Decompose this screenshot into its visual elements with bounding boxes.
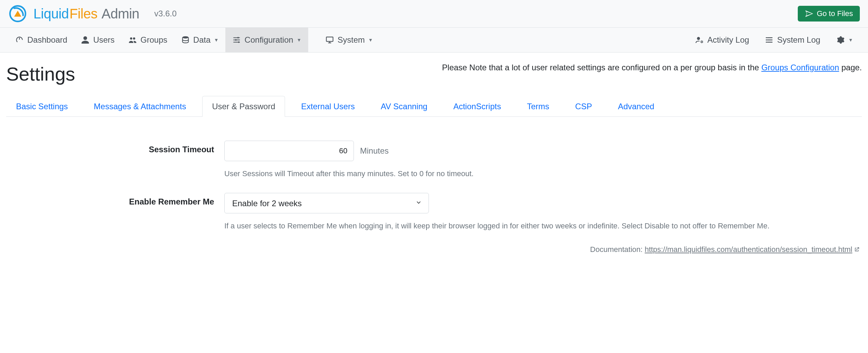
user-icon bbox=[81, 36, 90, 44]
brand-text: LiquidFilesAdmin bbox=[33, 6, 139, 22]
users-icon bbox=[128, 36, 137, 44]
page-content: Settings Please Note that a lot of user … bbox=[0, 53, 868, 268]
top-header: LiquidFilesAdmin v3.6.0 Go to Files bbox=[0, 0, 868, 28]
nav-label: Configuration bbox=[244, 35, 293, 45]
svg-point-2 bbox=[238, 37, 239, 38]
label-remember-me: Enable Remember Me bbox=[6, 193, 224, 207]
nav-label: Activity Log bbox=[707, 35, 749, 45]
nav-item-dashboard[interactable]: Dashboard bbox=[8, 28, 74, 52]
nav-right: Activity Log System Log ▼ bbox=[688, 28, 860, 52]
database-icon bbox=[181, 36, 190, 44]
chevron-down-icon: ▼ bbox=[368, 37, 373, 43]
main-nav: Dashboard Users Groups Data ▼ Configurat… bbox=[0, 28, 868, 53]
svg-rect-5 bbox=[326, 37, 333, 41]
session-timeout-input[interactable] bbox=[224, 141, 354, 161]
page-note: Please Note that a lot of user related s… bbox=[442, 63, 862, 72]
page-note-suffix: page. bbox=[839, 63, 862, 72]
tab-av-scanning[interactable]: AV Scanning bbox=[371, 96, 437, 117]
nav-item-settings-menu[interactable]: ▼ bbox=[829, 28, 860, 52]
session-timeout-help: User Sessions will Timeout after this ma… bbox=[224, 168, 858, 179]
svg-point-1 bbox=[182, 36, 188, 39]
svg-point-7 bbox=[701, 41, 702, 42]
form-area: Session Timeout Minutes User Sessions wi… bbox=[6, 141, 862, 231]
value-session-timeout: Minutes User Sessions will Timeout after… bbox=[224, 141, 858, 179]
tab-external-users[interactable]: External Users bbox=[291, 96, 364, 117]
gear-icon bbox=[836, 36, 845, 44]
documentation-line: Documentation: https://man.liquidfiles.c… bbox=[6, 245, 862, 254]
page-title: Settings bbox=[6, 63, 75, 85]
nav-label: Groups bbox=[140, 35, 167, 45]
chevron-down-icon: ▼ bbox=[848, 37, 853, 43]
tab-advanced[interactable]: Advanced bbox=[608, 96, 664, 117]
brand-word-files: Files bbox=[70, 6, 98, 22]
nav-left: Dashboard Users Groups Data ▼ Configurat… bbox=[8, 28, 380, 52]
page-top: Settings Please Note that a lot of user … bbox=[6, 63, 862, 85]
remember-me-help: If a user selects to Remember Me when lo… bbox=[224, 220, 858, 231]
dashboard-icon bbox=[15, 36, 24, 44]
nav-label: System Log bbox=[777, 35, 820, 45]
product-logo-icon bbox=[8, 4, 27, 23]
page-note-prefix: Please Note that a lot of user related s… bbox=[442, 63, 762, 72]
brand-word-admin: Admin bbox=[102, 6, 139, 22]
tab-terms[interactable]: Terms bbox=[517, 96, 559, 117]
tab-user-password[interactable]: User & Password bbox=[202, 96, 285, 117]
external-link-icon bbox=[852, 245, 860, 254]
nav-item-data[interactable]: Data ▼ bbox=[174, 28, 226, 52]
paper-plane-icon bbox=[805, 9, 813, 18]
svg-point-6 bbox=[697, 37, 700, 40]
nav-item-users[interactable]: Users bbox=[74, 28, 121, 52]
svg-point-3 bbox=[235, 39, 237, 41]
user-cog-icon bbox=[695, 36, 704, 44]
brand-word-liquid: Liquid bbox=[33, 6, 69, 22]
monitor-icon bbox=[325, 36, 334, 44]
session-timeout-unit: Minutes bbox=[360, 146, 389, 156]
nav-item-groups[interactable]: Groups bbox=[121, 28, 174, 52]
row-session-timeout: Session Timeout Minutes User Sessions wi… bbox=[6, 141, 862, 179]
svg-point-4 bbox=[238, 41, 240, 43]
list-icon bbox=[765, 36, 774, 44]
tab-actionscripts[interactable]: ActionScripts bbox=[444, 96, 511, 117]
documentation-link[interactable]: https://man.liquidfiles.com/authenticati… bbox=[645, 245, 852, 254]
remember-me-select[interactable]: Enable for 2 weeks bbox=[224, 193, 429, 213]
value-remember-me: Enable for 2 weeks If a user selects to … bbox=[224, 193, 858, 231]
tab-messages-attachments[interactable]: Messages & Attachments bbox=[84, 96, 196, 117]
nav-label: Data bbox=[193, 35, 211, 45]
sliders-icon bbox=[232, 36, 241, 44]
nav-item-system-log[interactable]: System Log bbox=[758, 28, 827, 52]
chevron-down-icon: ▼ bbox=[214, 37, 219, 43]
goto-files-button[interactable]: Go to Files bbox=[798, 6, 860, 22]
nav-label: System bbox=[338, 35, 365, 45]
chevron-down-icon: ▼ bbox=[297, 37, 301, 43]
settings-tabbar: Basic Settings Messages & Attachments Us… bbox=[6, 96, 862, 117]
groups-configuration-link[interactable]: Groups Configuration bbox=[761, 63, 839, 72]
goto-files-label: Go to Files bbox=[817, 9, 853, 18]
documentation-label: Documentation: bbox=[590, 245, 645, 254]
tab-csp[interactable]: CSP bbox=[565, 96, 602, 117]
brand-cluster: LiquidFilesAdmin v3.6.0 bbox=[8, 4, 177, 23]
nav-label: Dashboard bbox=[27, 35, 67, 45]
nav-item-system[interactable]: System ▼ bbox=[318, 28, 380, 52]
version-text: v3.6.0 bbox=[154, 9, 177, 18]
nav-label: Users bbox=[93, 35, 115, 45]
row-remember-me: Enable Remember Me Enable for 2 weeks If… bbox=[6, 193, 862, 231]
tab-basic-settings[interactable]: Basic Settings bbox=[6, 96, 78, 117]
label-session-timeout: Session Timeout bbox=[6, 141, 224, 154]
nav-item-configuration[interactable]: Configuration ▼ bbox=[225, 28, 308, 52]
nav-item-activity-log[interactable]: Activity Log bbox=[688, 28, 756, 52]
